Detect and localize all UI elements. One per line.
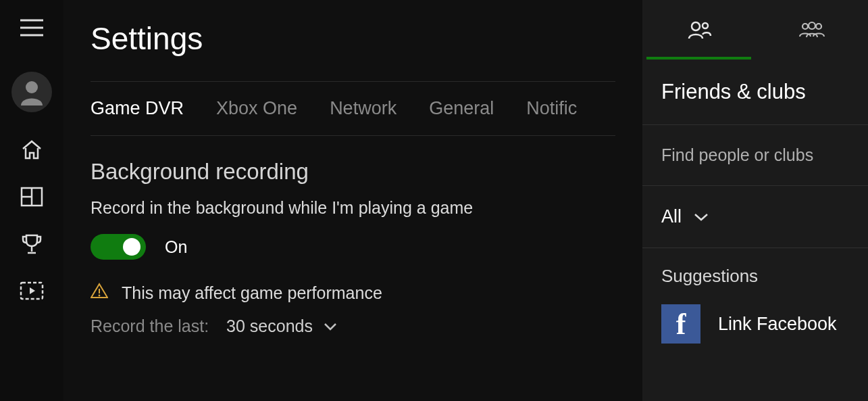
- link-facebook-button[interactable]: f Link Facebook: [661, 304, 849, 344]
- suggestions-section: Suggestions f Link Facebook: [642, 248, 868, 344]
- chevron-down-icon: [324, 322, 337, 331]
- filter-row-section: All: [642, 186, 868, 248]
- record-last-row: Record the last: 30 seconds: [91, 316, 615, 336]
- achievements-icon[interactable]: [21, 233, 43, 256]
- svg-point-15: [802, 24, 808, 29]
- svg-point-13: [692, 22, 700, 30]
- record-last-label: Record the last:: [91, 316, 209, 336]
- warning-row: This may affect game performance: [91, 283, 615, 303]
- tab-game-dvr[interactable]: Game DVR: [91, 98, 184, 119]
- main-content: Settings Game DVR Xbox One Network Gener…: [63, 0, 642, 401]
- filter-select[interactable]: All: [661, 206, 849, 227]
- svg-point-17: [816, 24, 821, 29]
- record-last-value: 30 seconds: [226, 316, 313, 336]
- tab-xbox-one[interactable]: Xbox One: [216, 98, 297, 119]
- page-title: Settings: [91, 20, 615, 57]
- avatar[interactable]: [11, 72, 52, 112]
- svg-point-12: [99, 295, 101, 297]
- home-icon[interactable]: [20, 138, 43, 161]
- filter-label: All: [661, 206, 682, 227]
- library-icon[interactable]: [20, 187, 43, 207]
- background-recording-toggle[interactable]: [91, 234, 146, 260]
- svg-marker-10: [30, 287, 35, 294]
- settings-content: Background recording Record in the backg…: [91, 136, 615, 336]
- right-tabs: [642, 0, 868, 60]
- toggle-state-label: On: [165, 237, 187, 257]
- svg-point-14: [703, 23, 708, 28]
- warning-text: This may affect game performance: [122, 283, 382, 303]
- suggestions-title: Suggestions: [661, 266, 849, 287]
- toggle-row: On: [91, 234, 615, 260]
- chevron-down-icon: [694, 212, 709, 222]
- find-people-label: Find people or clubs: [661, 145, 849, 165]
- find-people-row[interactable]: Find people or clubs: [642, 125, 868, 186]
- settings-tabs: Game DVR Xbox One Network General Notifi…: [91, 81, 615, 136]
- friends-title: Friends & clubs: [661, 80, 849, 104]
- friends-header: Friends & clubs: [642, 60, 868, 125]
- tab-clubs[interactable]: [755, 0, 868, 60]
- record-last-select[interactable]: 30 seconds: [226, 316, 337, 336]
- link-facebook-label: Link Facebook: [718, 314, 837, 335]
- warning-icon: [91, 283, 108, 303]
- svg-point-16: [809, 22, 815, 29]
- tab-network[interactable]: Network: [330, 98, 397, 119]
- tab-friends[interactable]: [642, 0, 755, 60]
- section-description: Record in the background while I'm playi…: [91, 198, 615, 218]
- left-nav: [0, 0, 63, 401]
- section-heading: Background recording: [91, 159, 615, 185]
- tab-notifications[interactable]: Notific: [526, 98, 577, 119]
- facebook-icon: f: [661, 304, 700, 344]
- right-pane: Friends & clubs Find people or clubs All…: [642, 0, 868, 401]
- tab-general[interactable]: General: [429, 98, 494, 119]
- svg-point-3: [26, 81, 38, 93]
- hamburger-icon[interactable]: [20, 19, 43, 37]
- toggle-knob: [123, 238, 141, 256]
- game-dvr-icon[interactable]: [20, 281, 44, 300]
